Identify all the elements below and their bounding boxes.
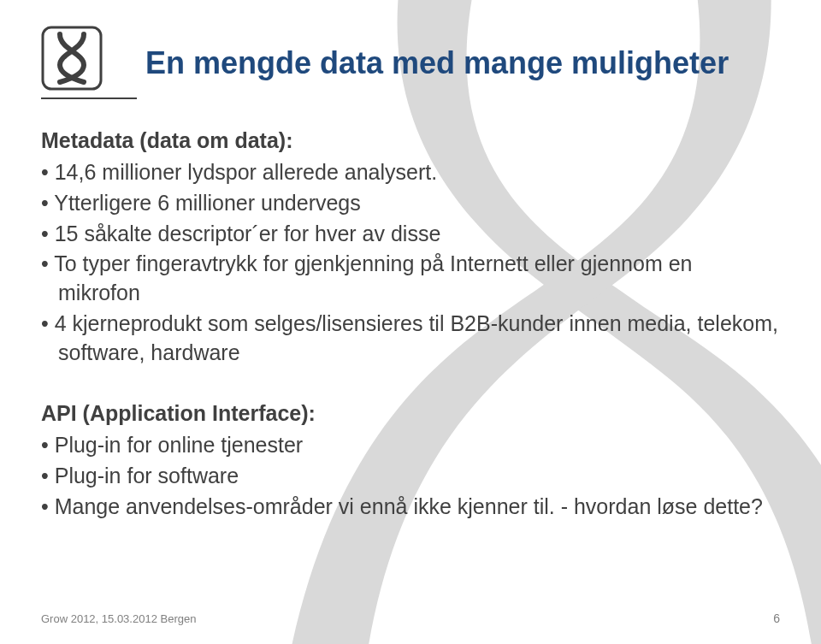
- list-item: Ytterligere 6 millioner undervegs: [41, 189, 780, 218]
- list-item: To typer fingeravtrykk for gjenkjenning …: [41, 250, 780, 308]
- title-underline: [41, 97, 137, 99]
- footer-text: Grow 2012, 15.03.2012 Bergen: [41, 612, 196, 625]
- list-item: 4 kjerneprodukt som selges/lisensieres t…: [41, 310, 780, 368]
- list-item: Plug-in for software: [41, 462, 780, 491]
- list-item: Plug-in for online tjenester: [41, 431, 780, 460]
- section1-list: 14,6 millioner lydspor allerede analyser…: [41, 158, 780, 367]
- section1-heading: Metadata (data om data):: [41, 128, 780, 153]
- page-number: 6: [773, 612, 780, 625]
- list-item: 14,6 millioner lydspor allerede analyser…: [41, 158, 780, 187]
- logo-icon: [41, 24, 103, 92]
- list-item: Mange anvendelses-områder vi ennå ikke k…: [41, 493, 780, 522]
- slide-title: En mengde data med mange muligheter: [120, 45, 729, 92]
- section2-list: Plug-in for online tjenester Plug-in for…: [41, 431, 780, 521]
- list-item: 15 såkalte descriptor´er for hver av dis…: [41, 220, 780, 249]
- section2-heading: API (Application Interface):: [41, 401, 780, 426]
